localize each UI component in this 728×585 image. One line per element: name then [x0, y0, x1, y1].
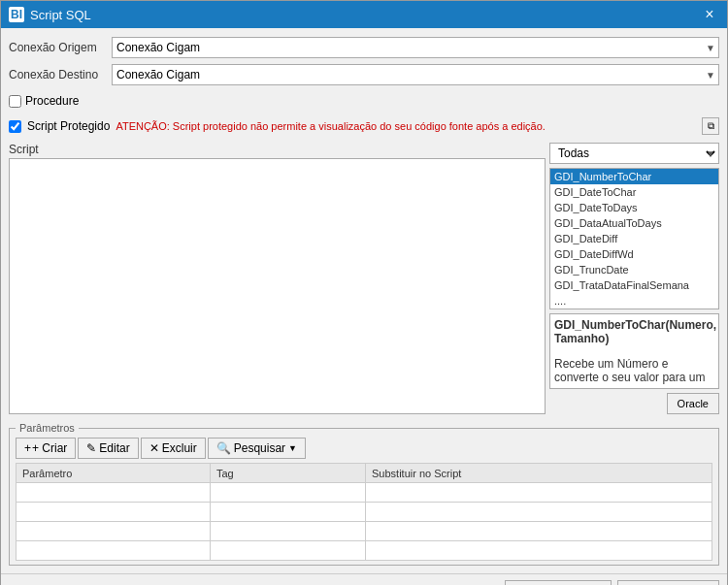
main-area: Script Todas Oracle SQL Server ▼ GDI_Num…: [9, 143, 719, 414]
params-legend: Parâmetros: [16, 422, 79, 434]
function-info-name: GDI_NumberToChar(Numero, Tamanho): [554, 318, 716, 345]
content-area: Conexão Origem Conexão Cigam ▼ Conexão D…: [1, 28, 727, 573]
delete-icon: ✕: [149, 441, 159, 455]
editar-button[interactable]: ✎ Editar: [78, 438, 138, 459]
procedure-checkbox[interactable]: [9, 95, 21, 108]
params-table: Parâmetro Tag Substituir no Script: [16, 463, 712, 561]
edit-icon: ✎: [86, 441, 96, 455]
function-info-desc: Recebe um Número e converte o seu valor …: [554, 357, 705, 384]
criar-button[interactable]: + + Criar: [16, 438, 76, 459]
script-label: Script: [9, 143, 546, 156]
filter-select[interactable]: Todas Oracle SQL Server: [549, 143, 719, 164]
list-item[interactable]: GDI_DateToChar: [550, 184, 718, 200]
script-protegido-checkbox[interactable]: [9, 120, 21, 133]
procedure-row: Procedure: [9, 90, 719, 112]
search-icon: 🔍: [216, 441, 231, 455]
conexao-origem-select[interactable]: Conexão Cigam: [112, 37, 719, 58]
list-item[interactable]: GDI_NumberToChar: [550, 169, 718, 184]
conexao-origem-label: Conexão Origem: [9, 41, 106, 54]
oracle-btn-row: Oracle: [549, 393, 719, 414]
filter-wrapper[interactable]: Todas Oracle SQL Server ▼: [549, 143, 719, 164]
list-item[interactable]: GDI_DateToDays: [550, 200, 718, 215]
copy-icon[interactable]: ⧉: [702, 117, 719, 135]
list-item[interactable]: GDI_DateDiffWd: [550, 246, 718, 262]
conexao-destino-label: Conexão Destino: [9, 68, 106, 81]
list-item[interactable]: GDI_TrataDataFinalSemana: [550, 277, 718, 293]
title-bar-left: BI Script SQL: [9, 7, 91, 22]
table-row: [17, 522, 712, 541]
conexao-destino-select-wrapper[interactable]: Conexão Cigam ▼: [112, 64, 719, 85]
script-section: Script: [9, 143, 546, 414]
conexao-destino-select[interactable]: Conexão Cigam: [112, 64, 719, 85]
script-protegido-row: Script Protegido ATENÇÃO: Script protegi…: [9, 115, 719, 137]
col-substituir: Substituir no Script: [366, 464, 712, 483]
table-row: [17, 541, 712, 561]
title-bar: BI Script SQL ×: [1, 1, 727, 28]
window-title: Script SQL: [30, 8, 91, 22]
params-toolbar: + + Criar ✎ Editar ✕ Excluir 🔍 Pesquisar…: [16, 438, 712, 459]
cancelar-button[interactable]: ↩ ↩ Cancelar: [617, 580, 719, 585]
footer: ✓ ✓ Confirmar ↩ ↩ Cancelar: [1, 573, 727, 585]
conexao-destino-row: Conexão Destino Conexão Cigam ▼: [9, 63, 719, 86]
params-section: Parâmetros + + Criar ✎ Editar ✕ Excluir …: [9, 422, 719, 566]
warning-text: ATENÇÃO: Script protegido não permite a …: [116, 120, 696, 132]
table-row: [17, 483, 712, 503]
pesquisar-button[interactable]: 🔍 Pesquisar ▼: [208, 438, 306, 459]
pesquisar-chevron-icon: ▼: [288, 443, 297, 453]
col-parametro: Parâmetro: [17, 464, 211, 483]
confirmar-button[interactable]: ✓ ✓ Confirmar: [505, 580, 612, 585]
col-tag: Tag: [211, 464, 366, 483]
list-item[interactable]: ....: [550, 293, 718, 309]
plus-icon: +: [24, 441, 31, 455]
excluir-button[interactable]: ✕ Excluir: [141, 438, 206, 459]
script-textarea[interactable]: [9, 158, 546, 414]
list-item[interactable]: GDI_DateDiff: [550, 231, 718, 246]
main-window: BI Script SQL × Conexão Origem Conexão C…: [0, 0, 728, 585]
close-button[interactable]: ×: [700, 5, 719, 24]
app-icon: BI: [9, 7, 24, 22]
table-row: [17, 503, 712, 522]
oracle-button[interactable]: Oracle: [667, 393, 719, 414]
list-item[interactable]: GDI_DataAtualToDays: [550, 215, 718, 231]
conexao-origem-row: Conexão Origem Conexão Cigam ▼: [9, 36, 719, 59]
functions-list[interactable]: GDI_NumberToChar GDI_DateToChar GDI_Date…: [549, 168, 719, 309]
list-item[interactable]: GDI_TruncDate: [550, 262, 718, 277]
procedure-label[interactable]: Procedure: [25, 94, 79, 108]
function-info: GDI_NumberToChar(Numero, Tamanho) Recebe…: [549, 313, 719, 389]
script-protegido-label[interactable]: Script Protegido: [27, 119, 110, 133]
conexao-origem-select-wrapper[interactable]: Conexão Cigam ▼: [112, 37, 719, 58]
right-panel: Todas Oracle SQL Server ▼ GDI_NumberToCh…: [549, 143, 719, 414]
